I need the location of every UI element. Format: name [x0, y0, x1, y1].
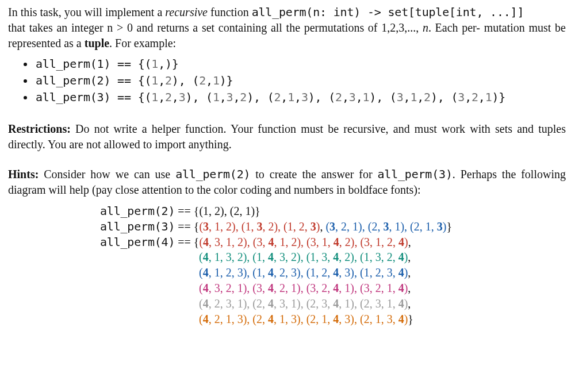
- diagram-line-2: all_perm(2) == {(1, 2), (2, 1)}: [100, 203, 566, 219]
- diagram-row-pink: (4, 3, 2, 1), (3, 4, 2, 1), (3, 2, 4, 1)…: [199, 282, 408, 294]
- diagram-body-2: {(1, 2), (2, 1)}: [194, 205, 260, 217]
- hints-block: Hints: Consider how we can use all_perm(…: [8, 167, 566, 198]
- restrictions-text: Do not write a helper function. Your fun…: [8, 122, 566, 151]
- intro-line2b: and returns a set containing all the per…: [133, 21, 423, 34]
- intro-ngt0: n > 0: [107, 21, 133, 34]
- diagram-row-blue: (4, 1, 2, 3), (1, 4, 2, 3), (1, 2, 4, 3)…: [199, 266, 408, 279]
- ex1-set: {(1,)}: [138, 57, 179, 71]
- intro-tuple: tuple: [85, 37, 109, 49]
- intro-line3b: . For example:: [109, 37, 176, 49]
- hints-t1: Consider how we can use: [39, 168, 175, 180]
- diagram-body-3: {(3, 1, 2), (1, 3, 2), (1, 2, 3), (3, 2,…: [194, 220, 452, 233]
- ex3-call: all_perm(3): [36, 90, 110, 104]
- diagram-line-3: all_perm(3) == {(3, 1, 2), (1, 3, 2), (1…: [100, 219, 566, 235]
- ex2-set: {(1,2), (2,1)}: [138, 74, 233, 87]
- hints-t2: to create the answer for: [250, 168, 377, 180]
- intro-recursive: recursive: [165, 6, 208, 18]
- diagram-row-gray: (4, 2, 3, 1), (2, 4, 3, 1), (2, 3, 4, 1)…: [199, 297, 408, 310]
- ex2-call: all_perm(2): [36, 74, 110, 87]
- intro-line2c: . Each per-: [428, 21, 480, 34]
- diagram-block: all_perm(2) == {(1, 2), (2, 1)} all_perm…: [100, 203, 566, 326]
- hints-call3: all_perm(3): [377, 167, 452, 181]
- ex1-call: all_perm(1): [36, 57, 110, 71]
- diagram-line-4e: (4, 2, 3, 1), (2, 4, 3, 1), (2, 3, 4, 1)…: [100, 296, 566, 312]
- diagram-call: all_perm(3): [100, 220, 175, 233]
- intro-paragraph: In this task, you will implement a recur…: [8, 5, 566, 51]
- ex2-eq: ==: [110, 74, 137, 87]
- diagram-eq: ==: [175, 205, 194, 217]
- hints-call2: all_perm(2): [175, 167, 250, 181]
- intro-n: n: [423, 21, 428, 34]
- ex3-set: {(1,2,3), (1,3,2), (2,1,3), (2,3,1), (3,…: [138, 90, 506, 104]
- list-item: all_perm(1) == {(1,)}: [34, 56, 566, 73]
- diagram-line-4d: (4, 3, 2, 1), (3, 4, 2, 1), (3, 2, 4, 1)…: [100, 280, 566, 296]
- intro-text: function: [208, 6, 252, 18]
- diagram-call: all_perm(2): [100, 204, 175, 218]
- diagram-line-4b: (4, 1, 3, 2), (1, 4, 3, 2), (1, 3, 4, 2)…: [100, 249, 566, 265]
- intro-signature: all_perm(n: int) -> set[tuple[int, ...]]: [252, 5, 524, 19]
- example-list: all_perm(1) == {(1,)} all_perm(2) == {(1…: [8, 56, 566, 106]
- diagram-line-4c: (4, 1, 2, 3), (1, 4, 2, 3), (1, 2, 4, 3)…: [100, 265, 566, 280]
- list-item: all_perm(3) == {(1,2,3), (1,3,2), (2,1,3…: [34, 90, 566, 106]
- restrictions-label: Restrictions:: [8, 122, 71, 135]
- diagram-line-4: all_perm(4) == {(4, 3, 1, 2), (3, 4, 1, …: [100, 235, 566, 250]
- diagram-row-teal: (4, 1, 3, 2), (1, 4, 3, 2), (1, 3, 4, 2)…: [199, 251, 408, 263]
- diagram-row-orange: (4, 2, 1, 3), (2, 4, 1, 3), (2, 1, 4, 3)…: [199, 313, 408, 325]
- intro-line2a: that takes an integer: [8, 21, 107, 34]
- diagram-line-4f: (4, 2, 1, 3), (2, 4, 1, 3), (2, 1, 4, 3)…: [100, 312, 566, 327]
- intro-text: In this task, you will implement a: [8, 6, 165, 18]
- ex3-eq: ==: [110, 90, 137, 104]
- diagram-body-4a: {(4, 3, 1, 2), (3, 4, 1, 2), (3, 1, 4, 2…: [194, 236, 411, 248]
- diagram-call: all_perm(4): [100, 235, 175, 249]
- hints-label: Hints:: [8, 168, 39, 180]
- diagram-eq: ==: [175, 220, 194, 233]
- restrictions-block: Restrictions: Do not write a helper func…: [8, 121, 566, 152]
- list-item: all_perm(2) == {(1,2), (2,1)}: [34, 73, 566, 90]
- diagram-eq: ==: [175, 236, 194, 248]
- ex1-eq: ==: [110, 57, 137, 71]
